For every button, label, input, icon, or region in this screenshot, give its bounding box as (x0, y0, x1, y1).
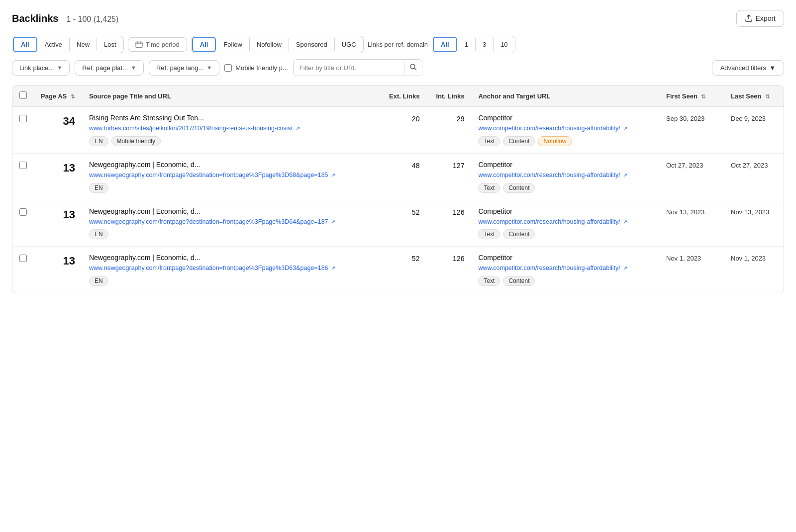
anchor-tag-badge: Text (478, 276, 500, 286)
export-button[interactable]: Export (736, 10, 784, 27)
anchor-tag-badge: Text (478, 229, 500, 239)
page-as-value: 13 (63, 201, 75, 221)
search-input[interactable] (294, 61, 404, 75)
search-field-wrap (293, 59, 422, 76)
int-links-header: Int. Links (426, 86, 471, 107)
filter-row-2: Link place... ▼ Ref. page plat... ▼ Ref.… (12, 59, 784, 76)
source-url-link[interactable]: www.newgeography.com/frontpage?destinati… (89, 264, 375, 273)
source-url-link[interactable]: www.forbes.com/sites/joelkotkin/2017/10/… (89, 124, 375, 133)
chevron-down-icon: ▼ (131, 65, 136, 71)
anchor-url-link[interactable]: www.competitor.com/research/housing-affo… (478, 217, 652, 227)
tag-badge: EN (89, 276, 108, 286)
calendar-icon (135, 41, 143, 48)
row-checkbox[interactable] (19, 255, 27, 262)
anchor-url-link[interactable]: www.competitor.com/research/housing-affo… (478, 264, 652, 273)
page-title: Backlinks (12, 13, 58, 24)
source-url-link[interactable]: www.newgeography.com/frontpage?destinati… (89, 217, 375, 227)
sponsored-button[interactable]: Sponsored (289, 38, 335, 51)
page-as-header: Page AS ⇅ (34, 86, 82, 107)
source-tags: EN (89, 229, 375, 239)
ref-page-lang-dropdown[interactable]: Ref. page lang... ▼ (149, 60, 219, 76)
source-title: Newgeography.com | Economic, d... (89, 254, 375, 262)
table-row: 13 Newgeography.com | Economic, d... www… (12, 200, 784, 247)
per-domain-3-button[interactable]: 3 (476, 38, 494, 51)
anchor-label: Competitor (478, 207, 652, 215)
source-tags: EN (89, 276, 375, 286)
svg-rect-0 (136, 42, 142, 48)
table-header-row: Page AS ⇅ Source page Title and URL Ext.… (12, 86, 784, 107)
anchor-tags: TextContent (478, 276, 652, 286)
tag-badge: EN (89, 229, 108, 239)
anchor-url-link[interactable]: www.competitor.com/research/housing-affo… (478, 124, 652, 133)
first-seen-value: Sep 30, 2023 (666, 115, 704, 122)
advanced-filters-button[interactable]: Advanced filters ▼ (712, 60, 784, 76)
source-page-cell: Newgeography.com | Economic, d... www.ne… (82, 200, 382, 247)
select-all-checkbox[interactable] (19, 91, 27, 99)
ref-page-platform-dropdown[interactable]: Ref. page plat... ▼ (75, 60, 144, 76)
anchor-tag-badge: Content (503, 136, 535, 146)
ext-links-value: 48 (412, 162, 420, 170)
anchor-label: Competitor (478, 161, 652, 169)
row-checkbox[interactable] (19, 115, 27, 122)
follow-all-button[interactable]: All (192, 37, 216, 52)
nofollow-button[interactable]: Nofollow (250, 38, 289, 51)
external-link-icon: ↗ (296, 125, 300, 131)
per-domain-1-button[interactable]: 1 (458, 38, 476, 51)
last-seen-value: Nov 13, 2023 (731, 208, 769, 216)
page-as-value: 34 (63, 108, 75, 127)
anchor-tag-badge: Content (503, 229, 535, 239)
anchor-cell: Competitor www.competitor.com/research/h… (471, 107, 659, 154)
sort-icon: ⇅ (765, 93, 770, 100)
tag-badge: EN (89, 136, 108, 146)
status-all-button[interactable]: All (13, 37, 37, 52)
anchor-label: Competitor (478, 254, 652, 262)
tag-badge: EN (89, 183, 108, 193)
follow-filter-group: All Follow Nofollow Sponsored UGC (191, 36, 364, 53)
source-url-link[interactable]: www.newgeography.com/frontpage?destinati… (89, 171, 375, 180)
status-lost-button[interactable]: Lost (97, 38, 123, 51)
anchor-tag-badge: Content (503, 183, 535, 193)
last-seen-header: Last Seen ⇅ (724, 86, 784, 107)
source-page-cell: Rising Rents Are Stressing Out Ten... ww… (82, 107, 382, 154)
external-link-icon: ↗ (331, 172, 335, 178)
ext-links-value: 52 (412, 255, 420, 263)
source-page-cell: Newgeography.com | Economic, d... www.ne… (82, 153, 382, 200)
export-icon (745, 14, 753, 22)
anchor-header: Anchor and Target URL (471, 86, 659, 107)
row-checkbox[interactable] (19, 208, 27, 216)
status-new-button[interactable]: New (70, 38, 97, 51)
per-domain-10-button[interactable]: 10 (494, 38, 514, 51)
time-period-button[interactable]: Time period (128, 37, 187, 52)
link-place-dropdown[interactable]: Link place... ▼ (12, 60, 70, 76)
last-seen-value: Dec 9, 2023 (731, 115, 766, 122)
source-title: Newgeography.com | Economic, d... (89, 161, 375, 169)
anchor-cell: Competitor www.competitor.com/research/h… (471, 247, 659, 293)
page-as-value: 13 (63, 155, 75, 174)
external-link-icon: ↗ (623, 219, 627, 225)
source-title: Newgeography.com | Economic, d... (89, 207, 375, 215)
ugc-button[interactable]: UGC (335, 38, 363, 51)
per-domain-all-button[interactable]: All (433, 37, 457, 52)
int-links-value: 29 (457, 115, 465, 123)
mobile-friendly-checkbox[interactable] (224, 64, 232, 72)
follow-button[interactable]: Follow (216, 38, 250, 51)
external-link-icon: ↗ (331, 219, 335, 225)
status-active-button[interactable]: Active (38, 38, 70, 51)
external-link-icon: ↗ (623, 265, 627, 271)
anchor-url-link[interactable]: www.competitor.com/research/housing-affo… (478, 171, 652, 180)
ext-links-value: 20 (412, 115, 420, 123)
external-link-icon: ↗ (623, 172, 627, 178)
first-seen-value: Nov 1, 2023 (666, 255, 701, 262)
last-seen-value: Nov 1, 2023 (731, 255, 766, 262)
table-row: 34 Rising Rents Are Stressing Out Ten...… (12, 107, 784, 154)
page-as-value: 13 (63, 248, 75, 267)
mobile-friendly-checkbox-wrap[interactable]: Mobile friendly p... (224, 64, 288, 72)
table-row: 13 Newgeography.com | Economic, d... www… (12, 247, 784, 293)
chevron-down-icon: ▼ (206, 65, 212, 71)
first-seen-value: Oct 27, 2023 (666, 162, 703, 169)
anchor-tag-badge: Text (478, 183, 500, 193)
search-button[interactable] (404, 60, 422, 76)
ext-links-value: 52 (412, 208, 420, 216)
source-tags: EN (89, 183, 375, 193)
row-checkbox[interactable] (19, 162, 27, 169)
